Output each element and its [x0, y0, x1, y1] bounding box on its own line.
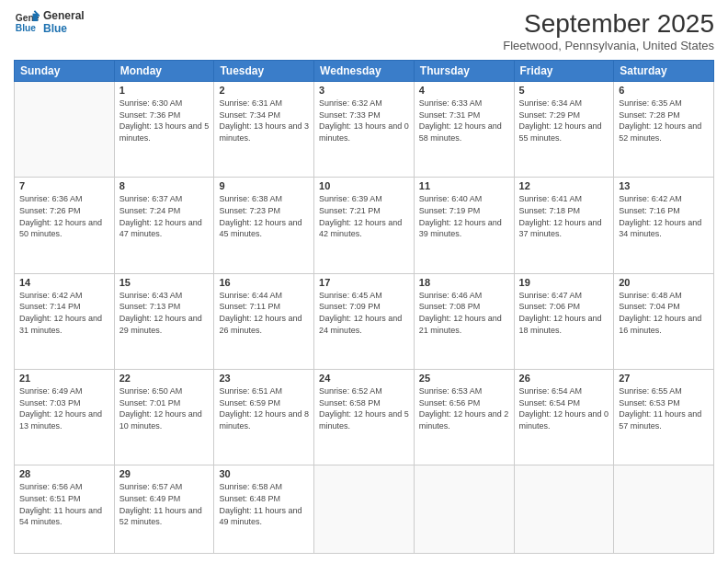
svg-text:Blue: Blue — [16, 23, 37, 33]
day-info: Sunrise: 6:41 AM Sunset: 7:18 PM Dayligh… — [519, 193, 609, 239]
title-block: September 2025 Fleetwood, Pennsylvania, … — [503, 9, 714, 52]
day-number: 6 — [619, 85, 709, 96]
logo-blue: Blue — [43, 22, 85, 35]
day-info: Sunrise: 6:38 AM Sunset: 7:23 PM Dayligh… — [219, 193, 309, 239]
day-info: Sunrise: 6:40 AM Sunset: 7:19 PM Dayligh… — [419, 193, 509, 239]
day-number: 4 — [419, 85, 509, 96]
table-row: 9Sunrise: 6:38 AM Sunset: 7:23 PM Daylig… — [214, 178, 314, 273]
table-row: 13Sunrise: 6:42 AM Sunset: 7:16 PM Dayli… — [614, 178, 714, 273]
table-row: 25Sunrise: 6:53 AM Sunset: 6:56 PM Dayli… — [414, 370, 514, 465]
day-info: Sunrise: 6:45 AM Sunset: 7:09 PM Dayligh… — [319, 290, 409, 336]
day-info: Sunrise: 6:35 AM Sunset: 7:28 PM Dayligh… — [619, 98, 709, 144]
day-number: 27 — [619, 373, 709, 384]
day-info: Sunrise: 6:57 AM Sunset: 6:49 PM Dayligh… — [119, 481, 210, 527]
day-number: 9 — [219, 180, 309, 191]
header-row: Sunday Monday Tuesday Wednesday Thursday… — [15, 61, 714, 82]
day-number: 1 — [119, 85, 210, 96]
day-info: Sunrise: 6:54 AM Sunset: 6:54 PM Dayligh… — [519, 385, 609, 431]
table-row: 4Sunrise: 6:33 AM Sunset: 7:31 PM Daylig… — [414, 82, 514, 178]
day-info: Sunrise: 6:49 AM Sunset: 7:03 PM Dayligh… — [19, 385, 109, 431]
day-number: 22 — [119, 373, 210, 384]
table-row: 1Sunrise: 6:30 AM Sunset: 7:36 PM Daylig… — [114, 82, 214, 178]
table-row: 15Sunrise: 6:43 AM Sunset: 7:13 PM Dayli… — [114, 273, 214, 369]
day-info: Sunrise: 6:51 AM Sunset: 6:59 PM Dayligh… — [219, 385, 309, 431]
table-row: 3Sunrise: 6:32 AM Sunset: 7:33 PM Daylig… — [314, 82, 415, 178]
day-number: 28 — [19, 468, 109, 479]
table-row: 7Sunrise: 6:36 AM Sunset: 7:26 PM Daylig… — [15, 178, 115, 273]
day-number: 7 — [19, 180, 109, 191]
calendar: Sunday Monday Tuesday Wednesday Thursday… — [14, 60, 714, 554]
day-info: Sunrise: 6:44 AM Sunset: 7:11 PM Dayligh… — [219, 290, 309, 336]
day-number: 12 — [519, 180, 609, 191]
day-info: Sunrise: 6:50 AM Sunset: 7:01 PM Dayligh… — [119, 385, 210, 431]
day-number: 2 — [219, 85, 309, 96]
page: General Blue General Blue September 2025… — [0, 0, 728, 563]
day-number: 20 — [619, 277, 709, 288]
day-info: Sunrise: 6:33 AM Sunset: 7:31 PM Dayligh… — [419, 98, 509, 144]
col-saturday: Saturday — [614, 61, 714, 82]
logo: General Blue General Blue — [14, 9, 85, 35]
day-info: Sunrise: 6:43 AM Sunset: 7:13 PM Dayligh… — [119, 290, 210, 336]
month-title: September 2025 — [503, 9, 714, 39]
table-row: 18Sunrise: 6:46 AM Sunset: 7:08 PM Dayli… — [414, 273, 514, 369]
table-row — [514, 465, 614, 554]
day-info: Sunrise: 6:55 AM Sunset: 6:53 PM Dayligh… — [619, 385, 709, 431]
day-number: 5 — [519, 85, 609, 96]
day-number: 16 — [219, 277, 309, 288]
table-row: 17Sunrise: 6:45 AM Sunset: 7:09 PM Dayli… — [314, 273, 415, 369]
location: Fleetwood, Pennsylvania, United States — [503, 39, 714, 52]
col-friday: Friday — [514, 61, 614, 82]
day-number: 23 — [219, 373, 309, 384]
day-info: Sunrise: 6:31 AM Sunset: 7:34 PM Dayligh… — [219, 98, 309, 144]
day-number: 21 — [19, 373, 109, 384]
table-row: 16Sunrise: 6:44 AM Sunset: 7:11 PM Dayli… — [214, 273, 314, 369]
day-number: 24 — [319, 373, 409, 384]
col-monday: Monday — [114, 61, 214, 82]
header: General Blue General Blue September 2025… — [14, 9, 714, 52]
day-info: Sunrise: 6:34 AM Sunset: 7:29 PM Dayligh… — [519, 98, 609, 144]
day-number: 17 — [319, 277, 409, 288]
table-row: 8Sunrise: 6:37 AM Sunset: 7:24 PM Daylig… — [114, 178, 214, 273]
day-number: 11 — [419, 180, 509, 191]
table-row: 24Sunrise: 6:52 AM Sunset: 6:58 PM Dayli… — [314, 370, 415, 465]
day-info: Sunrise: 6:56 AM Sunset: 6:51 PM Dayligh… — [19, 481, 109, 527]
table-row: 19Sunrise: 6:47 AM Sunset: 7:06 PM Dayli… — [514, 273, 614, 369]
day-number: 14 — [19, 277, 109, 288]
table-row — [414, 465, 514, 554]
table-row: 11Sunrise: 6:40 AM Sunset: 7:19 PM Dayli… — [414, 178, 514, 273]
day-info: Sunrise: 6:30 AM Sunset: 7:36 PM Dayligh… — [119, 98, 210, 144]
day-number: 13 — [619, 180, 709, 191]
table-row: 21Sunrise: 6:49 AM Sunset: 7:03 PM Dayli… — [15, 370, 115, 465]
day-info: Sunrise: 6:47 AM Sunset: 7:06 PM Dayligh… — [519, 290, 609, 336]
table-row: 30Sunrise: 6:58 AM Sunset: 6:48 PM Dayli… — [214, 465, 314, 554]
day-info: Sunrise: 6:42 AM Sunset: 7:16 PM Dayligh… — [619, 193, 709, 239]
table-row: 2Sunrise: 6:31 AM Sunset: 7:34 PM Daylig… — [214, 82, 314, 178]
table-row: 27Sunrise: 6:55 AM Sunset: 6:53 PM Dayli… — [614, 370, 714, 465]
table-row: 20Sunrise: 6:48 AM Sunset: 7:04 PM Dayli… — [614, 273, 714, 369]
table-row — [614, 465, 714, 554]
day-info: Sunrise: 6:48 AM Sunset: 7:04 PM Dayligh… — [619, 290, 709, 336]
day-info: Sunrise: 6:53 AM Sunset: 6:56 PM Dayligh… — [419, 385, 509, 431]
col-wednesday: Wednesday — [314, 61, 415, 82]
day-info: Sunrise: 6:32 AM Sunset: 7:33 PM Dayligh… — [319, 98, 409, 144]
day-info: Sunrise: 6:58 AM Sunset: 6:48 PM Dayligh… — [219, 481, 309, 527]
day-number: 29 — [119, 468, 210, 479]
table-row: 26Sunrise: 6:54 AM Sunset: 6:54 PM Dayli… — [514, 370, 614, 465]
table-row: 10Sunrise: 6:39 AM Sunset: 7:21 PM Dayli… — [314, 178, 415, 273]
logo-icon: General Blue — [14, 9, 40, 35]
day-info: Sunrise: 6:46 AM Sunset: 7:08 PM Dayligh… — [419, 290, 509, 336]
table-row: 6Sunrise: 6:35 AM Sunset: 7:28 PM Daylig… — [614, 82, 714, 178]
table-row: 23Sunrise: 6:51 AM Sunset: 6:59 PM Dayli… — [214, 370, 314, 465]
day-number: 18 — [419, 277, 509, 288]
table-row: 14Sunrise: 6:42 AM Sunset: 7:14 PM Dayli… — [15, 273, 115, 369]
table-row — [314, 465, 415, 554]
day-info: Sunrise: 6:36 AM Sunset: 7:26 PM Dayligh… — [19, 193, 109, 239]
logo-general: General — [43, 9, 85, 22]
table-row: 22Sunrise: 6:50 AM Sunset: 7:01 PM Dayli… — [114, 370, 214, 465]
day-number: 3 — [319, 85, 409, 96]
col-sunday: Sunday — [15, 61, 115, 82]
table-row — [15, 82, 115, 178]
day-number: 19 — [519, 277, 609, 288]
day-number: 15 — [119, 277, 210, 288]
table-row: 12Sunrise: 6:41 AM Sunset: 7:18 PM Dayli… — [514, 178, 614, 273]
